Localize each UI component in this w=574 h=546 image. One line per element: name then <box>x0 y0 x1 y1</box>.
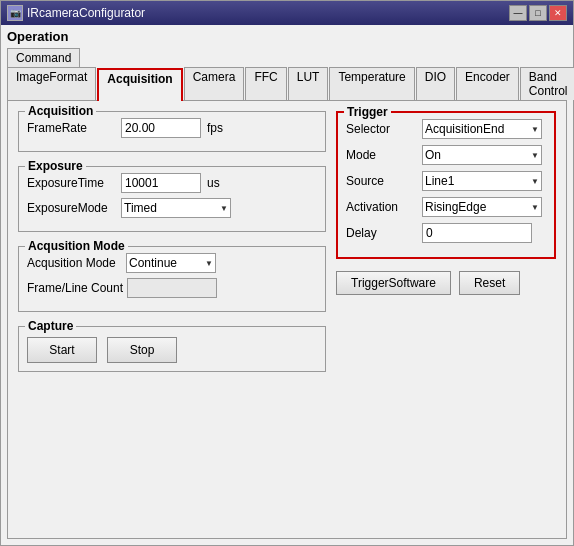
capture-group-title: Capture <box>25 319 76 333</box>
title-bar-left: 📷 IRcameraConfigurator <box>7 5 145 21</box>
tab-ffc[interactable]: FFC <box>245 67 286 100</box>
trigger-activation-dropdown[interactable]: RisingEdge ▼ <box>422 197 542 217</box>
stop-button[interactable]: Stop <box>107 337 177 363</box>
tab-content: Acquisition FrameRate fps Exposure Expos… <box>7 101 567 539</box>
tab-row-1: Command <box>7 48 567 67</box>
acquisition-group-title: Acquisition <box>25 104 96 118</box>
window-title: IRcameraConfigurator <box>27 6 145 20</box>
trigger-mode-row: Mode On ▼ <box>346 145 546 165</box>
start-button[interactable]: Start <box>27 337 97 363</box>
trigger-activation-row: Activation RisingEdge ▼ <box>346 197 546 217</box>
left-panel: Acquisition FrameRate fps Exposure Expos… <box>18 111 326 528</box>
trigger-activation-label: Activation <box>346 200 418 214</box>
framerate-row: FrameRate fps <box>27 118 317 138</box>
capture-buttons: Start Stop <box>27 337 317 363</box>
acqmode-group: Acqusition Mode Acqusition Mode Continue… <box>18 246 326 312</box>
framerate-unit: fps <box>207 121 223 135</box>
close-button[interactable]: ✕ <box>549 5 567 21</box>
trigger-selector-dropdown[interactable]: AcquisitionEnd ▼ <box>422 119 542 139</box>
app-icon: 📷 <box>7 5 23 21</box>
acqmode-arrow: ▼ <box>205 259 213 268</box>
exposuretime-unit: us <box>207 176 220 190</box>
title-bar: 📷 IRcameraConfigurator — □ ✕ <box>1 1 573 25</box>
exposuretime-row: ExposureTime us <box>27 173 317 193</box>
trigger-activation-arrow: ▼ <box>531 203 539 212</box>
exposuretime-label: ExposureTime <box>27 176 117 190</box>
trigger-selector-value: AcquisitionEnd <box>425 122 504 136</box>
exposure-group-title: Exposure <box>25 159 86 173</box>
trigger-source-arrow: ▼ <box>531 177 539 186</box>
maximize-button[interactable]: □ <box>529 5 547 21</box>
trigger-delay-label: Delay <box>346 226 418 240</box>
framerate-label: FrameRate <box>27 121 117 135</box>
tab-lut[interactable]: LUT <box>288 67 329 100</box>
tab-temperature[interactable]: Temperature <box>329 67 414 100</box>
trigger-delay-row: Delay <box>346 223 546 243</box>
exposuremode-dropdown[interactable]: Timed ▼ <box>121 198 231 218</box>
trigger-mode-value: On <box>425 148 441 162</box>
tab-encoder[interactable]: Encoder <box>456 67 519 100</box>
acquisition-group: Acquisition FrameRate fps <box>18 111 326 152</box>
trigger-selector-label: Selector <box>346 122 418 136</box>
trigger-selector-arrow: ▼ <box>531 125 539 134</box>
trigger-source-label: Source <box>346 174 418 188</box>
framecount-row: Frame/Line Count <box>27 278 317 298</box>
trigger-selector-row: Selector AcquisitionEnd ▼ <box>346 119 546 139</box>
trigger-activation-value: RisingEdge <box>425 200 486 214</box>
tab-row-2: ImageFormat Acquisition Camera FFC LUT T… <box>7 67 567 101</box>
operation-label: Operation <box>7 29 567 44</box>
acqmode-row: Acqusition Mode Continue ▼ <box>27 253 317 273</box>
exposuremode-value: Timed <box>124 201 157 215</box>
acqmode-dropdown[interactable]: Continue ▼ <box>126 253 216 273</box>
framerate-input[interactable] <box>121 118 201 138</box>
trigger-delay-input[interactable] <box>422 223 532 243</box>
trigger-software-button[interactable]: TriggerSoftware <box>336 271 451 295</box>
main-window: 📷 IRcameraConfigurator — □ ✕ Operation C… <box>0 0 574 546</box>
acqmode-label: Acqusition Mode <box>27 256 122 270</box>
framecount-label: Frame/Line Count <box>27 281 123 295</box>
trigger-source-dropdown[interactable]: Line1 ▼ <box>422 171 542 191</box>
capture-group: Capture Start Stop <box>18 326 326 372</box>
tab-camera[interactable]: Camera <box>184 67 245 100</box>
minimize-button[interactable]: — <box>509 5 527 21</box>
trigger-group: Trigger Selector AcquisitionEnd ▼ Mode <box>336 111 556 259</box>
tab-bandcontrol[interactable]: Band Control <box>520 67 574 100</box>
content-area: Operation Command ImageFormat Acquisitio… <box>1 25 573 545</box>
trigger-mode-arrow: ▼ <box>531 151 539 160</box>
trigger-source-row: Source Line1 ▼ <box>346 171 546 191</box>
exposuremode-row: ExposureMode Timed ▼ <box>27 198 317 218</box>
reset-button[interactable]: Reset <box>459 271 520 295</box>
tab-acquisition[interactable]: Acquisition <box>97 68 182 101</box>
tab-imageformat[interactable]: ImageFormat <box>7 67 96 100</box>
trigger-mode-label: Mode <box>346 148 418 162</box>
trigger-group-title: Trigger <box>344 105 391 119</box>
acqmode-value: Continue <box>129 256 177 270</box>
framecount-input[interactable] <box>127 278 217 298</box>
right-panel: Trigger Selector AcquisitionEnd ▼ Mode <box>336 111 556 528</box>
exposuremode-arrow: ▼ <box>220 204 228 213</box>
exposure-group: Exposure ExposureTime us ExposureMode Ti… <box>18 166 326 232</box>
tab-command[interactable]: Command <box>7 48 80 67</box>
trigger-button-row: TriggerSoftware Reset <box>336 271 556 295</box>
acqmode-group-title: Acqusition Mode <box>25 239 128 253</box>
exposuretime-input[interactable] <box>121 173 201 193</box>
trigger-mode-dropdown[interactable]: On ▼ <box>422 145 542 165</box>
tab-dio[interactable]: DIO <box>416 67 455 100</box>
exposuremode-label: ExposureMode <box>27 201 117 215</box>
trigger-source-value: Line1 <box>425 174 454 188</box>
window-controls: — □ ✕ <box>509 5 567 21</box>
